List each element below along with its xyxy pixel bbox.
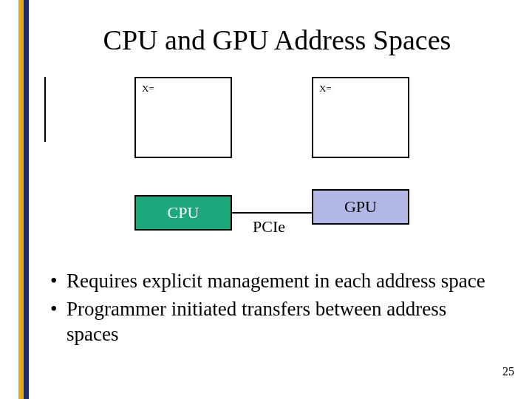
accent-stripe-gold: [18, 0, 24, 399]
cpu-memory-label: X=: [142, 83, 154, 94]
page-number: 25: [502, 365, 514, 378]
cpu-memory-link: [44, 77, 46, 112]
bullet-text: Requires explicit management in each add…: [66, 270, 485, 292]
list-item: Programmer initiated transfers between a…: [50, 297, 488, 347]
pcie-label: PCIe: [253, 217, 285, 236]
page-title: CPU and GPU Address Spaces: [44, 24, 510, 56]
gpu-memory-box: X=: [312, 77, 409, 158]
accent-stripe-navy: [24, 0, 29, 399]
slide: CPU and GPU Address Spaces X= X= CPU GPU…: [0, 0, 532, 399]
gpu-box-label: GPU: [344, 197, 377, 216]
gpu-memory-link: [44, 112, 46, 142]
gpu-box: GPU: [312, 189, 409, 225]
list-item: Requires explicit management in each add…: [50, 269, 488, 294]
address-space-diagram: X= X= CPU GPU PCIe: [44, 77, 502, 247]
gpu-memory-label: X=: [319, 83, 332, 94]
pcie-link-line: [232, 212, 312, 214]
bullet-text: Programmer initiated transfers between a…: [66, 298, 446, 345]
cpu-box: CPU: [134, 195, 232, 231]
cpu-memory-box: X=: [134, 77, 232, 158]
side-accent-bar: [18, 0, 29, 399]
bullet-list: Requires explicit management in each add…: [50, 269, 488, 349]
cpu-box-label: CPU: [168, 203, 200, 222]
